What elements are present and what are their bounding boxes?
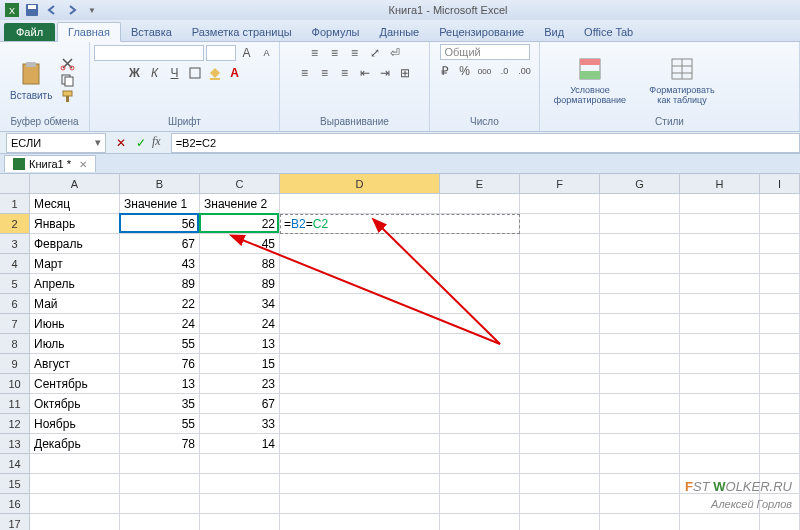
cell[interactable] [520, 374, 600, 394]
cell[interactable] [680, 274, 760, 294]
cell[interactable] [520, 254, 600, 274]
cell[interactable] [440, 214, 520, 234]
row-header[interactable]: 8 [0, 334, 30, 354]
row-header[interactable]: 13 [0, 434, 30, 454]
cell[interactable] [440, 414, 520, 434]
cell[interactable] [680, 314, 760, 334]
wrap-text-icon[interactable]: ⏎ [386, 44, 404, 62]
row-header[interactable]: 16 [0, 494, 30, 514]
cell[interactable] [440, 374, 520, 394]
cell[interactable] [680, 194, 760, 214]
cell[interactable] [200, 454, 280, 474]
cell[interactable] [680, 434, 760, 454]
row-header[interactable]: 7 [0, 314, 30, 334]
cell[interactable] [600, 254, 680, 274]
cell[interactable]: Апрель [30, 274, 120, 294]
cell[interactable] [440, 394, 520, 414]
merge-icon[interactable]: ⊞ [396, 64, 414, 82]
cell[interactable] [440, 274, 520, 294]
align-right-icon[interactable]: ≡ [336, 64, 354, 82]
row-header[interactable]: 1 [0, 194, 30, 214]
cell[interactable]: 78 [120, 434, 200, 454]
cell[interactable]: 89 [120, 274, 200, 294]
accept-formula-button[interactable]: ✓ [132, 134, 150, 152]
number-format-select[interactable]: Общий [440, 44, 530, 60]
chevron-down-icon[interactable]: ▾ [95, 136, 101, 149]
formula-bar[interactable]: =B2=C2 [171, 133, 800, 153]
cell[interactable]: Август [30, 354, 120, 374]
cell[interactable] [520, 274, 600, 294]
cell[interactable]: 13 [120, 374, 200, 394]
cell[interactable] [760, 394, 800, 414]
column-header[interactable]: F [520, 174, 600, 194]
row-header[interactable]: 10 [0, 374, 30, 394]
indent-dec-icon[interactable]: ⇤ [356, 64, 374, 82]
cell[interactable] [280, 514, 440, 530]
cell[interactable] [280, 334, 440, 354]
cell[interactable] [280, 354, 440, 374]
cell[interactable] [680, 414, 760, 434]
cell[interactable] [440, 314, 520, 334]
cell[interactable]: 24 [200, 314, 280, 334]
row-header[interactable]: 11 [0, 394, 30, 414]
cell[interactable] [600, 454, 680, 474]
cell[interactable] [760, 254, 800, 274]
cell[interactable] [600, 434, 680, 454]
cell[interactable] [280, 254, 440, 274]
cancel-formula-button[interactable]: ✕ [112, 134, 130, 152]
borders-icon[interactable] [186, 64, 204, 82]
qat-dropdown-icon[interactable]: ▼ [84, 2, 100, 18]
cell[interactable]: 88 [200, 254, 280, 274]
row-header[interactable]: 17 [0, 514, 30, 530]
cell[interactable] [440, 354, 520, 374]
cell[interactable] [760, 274, 800, 294]
cell[interactable] [280, 434, 440, 454]
dec-inc-icon[interactable]: .0 [496, 62, 514, 80]
cell[interactable]: 89 [200, 274, 280, 294]
cell[interactable] [520, 494, 600, 514]
bold-button[interactable]: Ж [126, 64, 144, 82]
cell[interactable] [680, 374, 760, 394]
cell[interactable] [600, 334, 680, 354]
cell[interactable]: 56 [120, 214, 200, 234]
cell[interactable] [520, 354, 600, 374]
name-box[interactable]: ЕСЛИ ▾ [6, 133, 106, 153]
cell[interactable] [440, 434, 520, 454]
cell[interactable] [30, 474, 120, 494]
undo-icon[interactable] [44, 2, 60, 18]
conditional-formatting-button[interactable]: Условное форматирование [546, 53, 634, 107]
indent-inc-icon[interactable]: ⇥ [376, 64, 394, 82]
cell[interactable] [520, 514, 600, 530]
cell[interactable]: 15 [200, 354, 280, 374]
cell[interactable] [280, 414, 440, 434]
cell[interactable] [440, 474, 520, 494]
cell[interactable] [760, 334, 800, 354]
cell[interactable] [280, 394, 440, 414]
cell[interactable] [440, 194, 520, 214]
cell[interactable] [30, 514, 120, 530]
orientation-icon[interactable]: ⤢ [366, 44, 384, 62]
row-header[interactable]: 12 [0, 414, 30, 434]
column-header[interactable]: A [30, 174, 120, 194]
row-header[interactable]: 2 [0, 214, 30, 234]
fx-icon[interactable]: fx [152, 134, 161, 152]
cell[interactable] [200, 514, 280, 530]
cell[interactable]: Январь [30, 214, 120, 234]
row-header[interactable]: 6 [0, 294, 30, 314]
row-header[interactable]: 14 [0, 454, 30, 474]
paste-button[interactable]: Вставить [6, 58, 56, 103]
cell[interactable]: Май [30, 294, 120, 314]
cell[interactable] [280, 314, 440, 334]
cell[interactable] [280, 274, 440, 294]
row-header[interactable]: 15 [0, 474, 30, 494]
column-header[interactable]: G [600, 174, 680, 194]
percent-icon[interactable]: % [456, 62, 474, 80]
cell[interactable] [680, 354, 760, 374]
cell[interactable]: 24 [120, 314, 200, 334]
cell[interactable] [120, 454, 200, 474]
cell[interactable] [200, 474, 280, 494]
cell[interactable]: Июнь [30, 314, 120, 334]
cell[interactable] [120, 494, 200, 514]
spreadsheet-grid[interactable]: ABCDEFGHI 1234567891011121314151617 Меся… [0, 174, 800, 530]
cell[interactable] [760, 314, 800, 334]
